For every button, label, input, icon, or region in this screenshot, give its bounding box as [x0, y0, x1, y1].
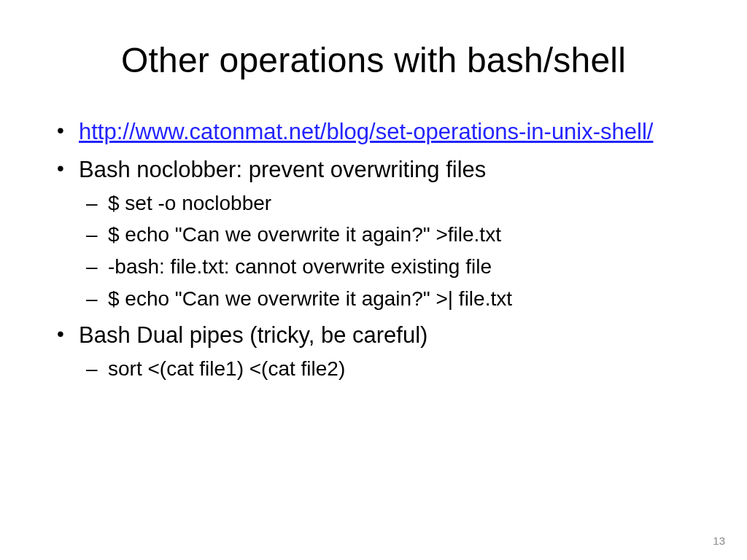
slide: Other operations with bash/shell http://… — [0, 0, 747, 560]
bullet-dualpipes-text: Bash Dual pipes (tricky, be careful) — [79, 322, 427, 348]
sub-list-noclobber: $ set -o noclobber $ echo "Can we overwr… — [79, 190, 696, 313]
sub-item: $ set -o noclobber — [79, 190, 696, 217]
hyperlink-catonmat[interactable]: http://www.catonmat.net/blog/set-operati… — [79, 119, 653, 144]
bullet-noclobber: Bash noclobber: prevent overwriting file… — [51, 155, 696, 313]
slide-title: Other operations with bash/shell — [51, 40, 696, 80]
bullet-dualpipes: Bash Dual pipes (tricky, be careful) sor… — [51, 320, 696, 383]
sub-item: $ echo "Can we overwrite it again?" >fil… — [79, 221, 696, 249]
page-number: 13 — [713, 534, 725, 547]
sub-item: $ echo "Can we overwrite it again?" >| f… — [79, 285, 696, 313]
sub-item: -bash: file.txt: cannot overwrite existi… — [79, 253, 696, 281]
bullet-list: http://www.catonmat.net/blog/set-operati… — [51, 117, 696, 383]
bullet-noclobber-text: Bash noclobber: prevent overwriting file… — [79, 157, 486, 182]
sub-list-dualpipes: sort <(cat file1) <(cat file2) — [79, 355, 696, 383]
bullet-link: http://www.catonmat.net/blog/set-operati… — [51, 117, 696, 147]
sub-item: sort <(cat file1) <(cat file2) — [79, 355, 696, 383]
